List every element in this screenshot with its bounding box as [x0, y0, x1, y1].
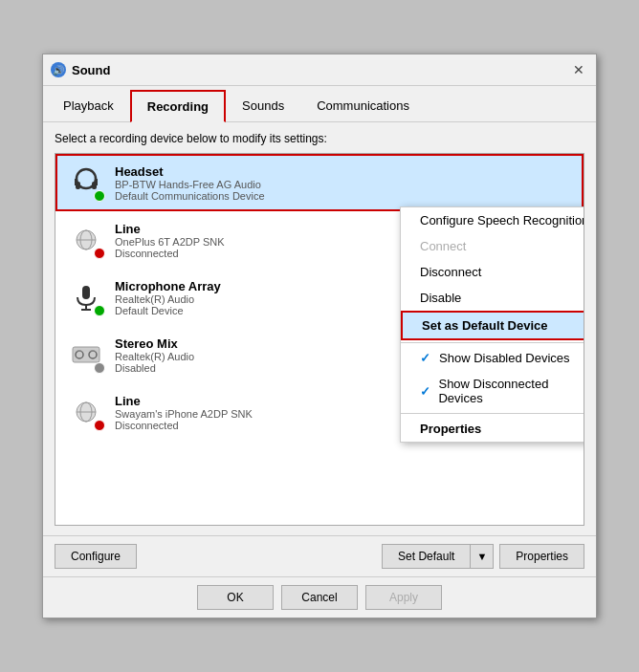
ok-bar: OK Cancel Apply — [43, 576, 596, 618]
set-default-arrow[interactable]: ▼ — [470, 544, 494, 569]
set-default-button[interactable]: Set Default — [382, 544, 470, 569]
tab-communications[interactable]: Communications — [300, 90, 426, 121]
context-disconnect[interactable]: Disconnect — [401, 259, 584, 285]
svg-rect-8 — [82, 286, 90, 299]
context-disable[interactable]: Disable — [401, 285, 584, 311]
set-default-group: Set Default ▼ — [382, 544, 494, 569]
context-properties[interactable]: Properties — [401, 416, 584, 442]
tab-bar: Playback Recording Sounds Communications — [43, 86, 596, 122]
close-button[interactable]: ✕ — [569, 60, 588, 79]
window-title: Sound — [72, 63, 110, 77]
properties-button[interactable]: Properties — [499, 544, 584, 569]
tab-sounds[interactable]: Sounds — [226, 90, 300, 121]
headset-name: Headset — [115, 164, 572, 179]
content-area: Select a recording device below to modif… — [43, 122, 596, 535]
check-disconnected-icon: ✓ — [420, 384, 432, 399]
cancel-button[interactable]: Cancel — [281, 585, 358, 610]
context-connect: Connect — [401, 233, 584, 259]
headset-info: Headset BP-BTW Hands-Free AG Audio Defau… — [115, 164, 572, 202]
headset-icon-wrapper — [67, 163, 105, 202]
device-list[interactable]: Headset BP-BTW Hands-Free AG Audio Defau… — [55, 153, 584, 526]
svg-rect-11 — [73, 347, 99, 362]
line1-status-dot — [94, 248, 105, 259]
line2-icon-wrapper — [67, 393, 105, 431]
instructions-text: Select a recording device below to modif… — [55, 132, 584, 145]
tab-recording[interactable]: Recording — [130, 90, 226, 122]
headset-status-dot — [94, 190, 105, 202]
mic-icon-wrapper — [67, 278, 105, 316]
context-menu: Configure Speech Recognition Connect Dis… — [400, 206, 584, 443]
check-disabled-icon: ✓ — [420, 351, 433, 365]
line1-icon-wrapper — [67, 221, 105, 259]
mic-status-dot — [94, 305, 105, 316]
context-configure[interactable]: Configure Speech Recognition — [401, 207, 584, 233]
configure-button[interactable]: Configure — [55, 544, 137, 569]
line2-status-dot — [94, 420, 105, 431]
context-show-disconnected-label: Show Disconnected Devices — [438, 377, 584, 405]
context-separator-1 — [401, 342, 584, 343]
ok-button[interactable]: OK — [197, 585, 274, 610]
tab-playback[interactable]: Playback — [47, 90, 130, 121]
context-show-disabled-label: Show Disabled Devices — [439, 351, 570, 365]
bottom-bar: Configure Set Default ▼ Properties — [43, 535, 596, 576]
context-show-disabled[interactable]: ✓ Show Disabled Devices — [401, 345, 584, 371]
context-show-disconnected[interactable]: ✓ Show Disconnected Devices — [401, 371, 584, 411]
title-bar-left: 🔊 Sound — [51, 62, 110, 77]
sound-dialog: 🔊 Sound ✕ Playback Recording Sounds Comm… — [42, 54, 597, 618]
headset-desc: BP-BTW Hands-Free AG Audio — [115, 179, 572, 190]
headset-status: Default Communications Device — [115, 190, 572, 202]
app-icon: 🔊 — [51, 62, 66, 77]
context-separator-2 — [401, 413, 584, 414]
context-set-default[interactable]: Set as Default Device — [401, 311, 584, 340]
apply-button[interactable]: Apply — [365, 585, 442, 610]
device-item-headset[interactable]: Headset BP-BTW Hands-Free AG Audio Defau… — [55, 154, 584, 211]
title-bar: 🔊 Sound ✕ — [43, 54, 596, 86]
stereo-status-dot — [94, 362, 105, 374]
stereo-icon-wrapper — [67, 336, 105, 374]
